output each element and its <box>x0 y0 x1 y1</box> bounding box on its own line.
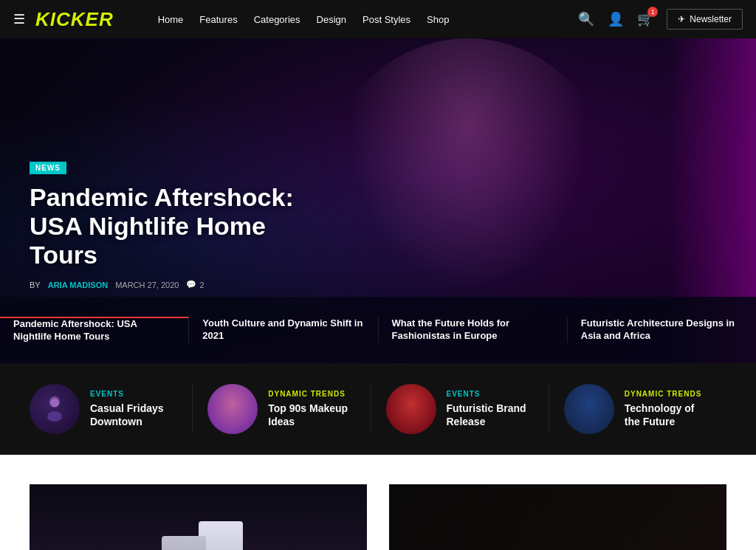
dark-cat-3: EVENTS <box>447 390 534 398</box>
menu-icon[interactable]: ☰ <box>13 11 25 27</box>
logo[interactable]: Kicker <box>35 8 114 31</box>
hero-person-overlay <box>328 38 608 319</box>
tech-thumb-image <box>564 384 614 434</box>
nav-post-styles[interactable]: Post Styles <box>362 14 410 25</box>
user-icon[interactable]: 👤 <box>608 11 624 27</box>
dark-item-2-info: DYNAMIC TRENDS Top 90s Makeup Ideas <box>268 390 355 428</box>
makeup-thumb-image <box>207 384 258 434</box>
newsletter-plane-icon: ✈ <box>678 14 685 24</box>
hero-content: NEWS Pandemic Aftershock: USA Nightlife … <box>30 160 340 289</box>
dark-item-4[interactable]: DYNAMIC TRENDS Technology of the Future <box>549 384 726 434</box>
dark-title-3: Futuristic Brand Release <box>447 402 534 428</box>
articles-section: LIFESTYLE Social and Political Equality … <box>0 455 756 550</box>
nav-features[interactable]: Features <box>199 14 237 25</box>
dark-item-1-info: EVENTS Casual Fridays Downtown <box>90 390 177 428</box>
article-thumb-1 <box>30 484 367 550</box>
header: ☰ Kicker Home Features Categories Design… <box>0 0 756 38</box>
strip-item-1[interactable]: Pandemic Aftershock: USA Nightlife Home … <box>0 317 189 343</box>
strip-title-4: Futuristic Architecture Designs in Asia … <box>581 317 743 343</box>
hero-strip: Pandemic Aftershock: USA Nightlife Home … <box>0 297 756 363</box>
hero-meta: BY ARIA MADISON MARCH 27, 2020 💬 2 <box>30 280 340 289</box>
nav-categories[interactable]: Categories <box>254 14 300 25</box>
dark-title-4: Technology of the Future <box>625 402 712 428</box>
dark-thumb-3 <box>386 384 436 434</box>
svg-point-1 <box>47 411 62 422</box>
hero-badge: NEWS <box>30 162 66 174</box>
events-icon <box>40 394 69 424</box>
dark-thumb-2 <box>207 384 258 434</box>
comment-icon: 💬 <box>186 280 196 289</box>
hero-author[interactable]: ARIA MADISON <box>48 281 108 289</box>
dark-thumb-4 <box>564 384 614 434</box>
hero-section: NEWS Pandemic Aftershock: USA Nightlife … <box>0 38 756 363</box>
hero-title: Pandemic Aftershock: USA Nightlife Home … <box>30 183 340 269</box>
dark-item-1[interactable]: EVENTS Casual Fridays Downtown <box>30 384 193 434</box>
dark-item-4-info: DYNAMIC TRENDS Technology of the Future <box>625 390 712 428</box>
hero-author-by: BY <box>30 281 41 289</box>
header-left: ☰ Kicker <box>13 8 114 31</box>
strip-item-4[interactable]: Futuristic Architecture Designs in Asia … <box>568 317 756 343</box>
dark-cat-2: DYNAMIC TRENDS <box>268 390 355 398</box>
header-right: 🔍 👤 🛒 1 ✈ Newsletter <box>578 9 743 30</box>
search-icon[interactable]: 🔍 <box>578 11 594 27</box>
newsletter-button[interactable]: ✈ Newsletter <box>667 9 743 30</box>
dark-thumb-1 <box>30 384 80 434</box>
comment-count: 2 <box>199 281 204 289</box>
dark-item-3[interactable]: EVENTS Futuristic Brand Release <box>371 384 549 434</box>
dark-title-1: Casual Fridays Downtown <box>90 402 177 428</box>
main-nav: Home Features Categories Design Post Sty… <box>158 14 450 25</box>
strip-title-2: Youth Culture and Dynamic Shift in 2021 <box>202 317 364 343</box>
article-image-2 <box>389 484 726 550</box>
nav-design[interactable]: Design <box>317 14 346 25</box>
newsletter-label: Newsletter <box>690 14 732 24</box>
hero-date: MARCH 27, 2020 <box>115 281 179 289</box>
svg-point-2 <box>49 396 60 407</box>
dark-section: EVENTS Casual Fridays Downtown DYNAMIC T… <box>0 363 756 455</box>
article-card-2 <box>389 484 726 550</box>
figure-1 <box>162 536 206 550</box>
cart-icon[interactable]: 🛒 1 <box>637 11 653 27</box>
dark-item-3-info: EVENTS Futuristic Brand Release <box>447 390 534 428</box>
strip-title-3: What the Future Holds for Fashionistas i… <box>392 317 554 343</box>
hero-comments: 💬 2 <box>186 280 204 289</box>
dark-cat-1: EVENTS <box>90 390 177 398</box>
article-card-1: LIFESTYLE Social and Political Equality … <box>30 484 367 550</box>
dark-title-2: Top 90s Makeup Ideas <box>268 402 355 428</box>
strip-item-2[interactable]: Youth Culture and Dynamic Shift in 2021 <box>189 317 378 343</box>
dark-cat-4: DYNAMIC TRENDS <box>625 390 712 398</box>
nav-home[interactable]: Home <box>158 14 184 25</box>
brand-thumb-image <box>386 384 436 434</box>
dark-item-2[interactable]: DYNAMIC TRENDS Top 90s Makeup Ideas <box>193 384 371 434</box>
cart-badge: 1 <box>647 7 658 17</box>
nav-shop[interactable]: Shop <box>427 14 449 25</box>
events-thumb-image <box>30 384 80 434</box>
strip-title-1: Pandemic Aftershock: USA Nightlife Home … <box>13 318 175 343</box>
article-thumb-2 <box>389 484 726 550</box>
strip-item-3[interactable]: What the Future Holds for Fashionistas i… <box>379 317 568 343</box>
article-image-1 <box>30 484 367 550</box>
